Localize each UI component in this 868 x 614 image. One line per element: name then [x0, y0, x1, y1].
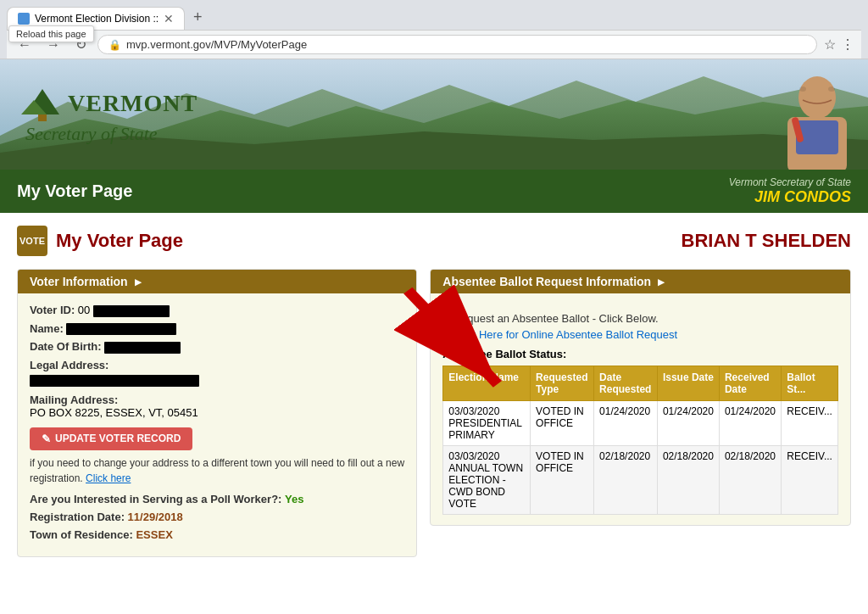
registration-date-value: 11/29/2018: [128, 511, 183, 523]
svg-point-11: [799, 87, 806, 92]
poll-worker-row: Are you Interested in Serving as a Poll …: [30, 493, 404, 505]
absentee-card: Absentee Ballot Request Information ▶ To…: [430, 269, 851, 526]
voter-name-display: BRIAN T SHELDEN: [682, 230, 851, 252]
voter-info-card: Voter Information ▶ Voter ID: 00 Name:: [17, 269, 417, 557]
voter-id-redacted: [93, 305, 170, 317]
legal-address-redacted: [30, 375, 199, 387]
col-requested-type: Requested Type: [531, 366, 594, 401]
site-header: VERMONT Secretary of State: [0, 59, 868, 170]
tab-close-button[interactable]: ✕: [164, 12, 174, 25]
url-text: mvp.vermont.gov/MVP/MyVoterPage: [126, 38, 307, 51]
left-column: Voter Information ▶ Voter ID: 00 Name:: [17, 269, 417, 557]
ballot-cell-2: 02/18/2020: [594, 446, 658, 515]
registration-date-row: Registration Date: 11/29/2018: [30, 511, 404, 523]
ballot-cell-4: 02/18/2020: [719, 446, 781, 515]
update-note: if you need to change your address to a …: [30, 455, 404, 486]
click-here-link[interactable]: Click here: [86, 472, 131, 484]
ballot-cell-0: 03/03/2020 PRESIDENTIAL PRIMARY: [443, 401, 531, 446]
ballot-cell-5: RECEIV...: [782, 401, 838, 446]
new-tab-button[interactable]: +: [186, 5, 209, 30]
header-chevron-icon: ▶: [135, 277, 142, 287]
vote-icon: VOTE: [17, 226, 47, 256]
name-redacted: [66, 323, 176, 335]
ballot-table-body: 03/03/2020 PRESIDENTIAL PRIMARYVOTED IN …: [443, 401, 838, 515]
name-label: Name:: [30, 322, 64, 335]
absentee-body: To request an Absentee Ballot - Click Be…: [431, 293, 850, 525]
lock-icon: 🔒: [108, 39, 121, 51]
ballot-cell-4: 01/24/2020: [719, 401, 781, 446]
absentee-status-label: Absentee Ballot Status:: [442, 348, 838, 360]
page-title: My Voter Page: [56, 230, 183, 252]
dob-redacted: [104, 342, 181, 354]
voter-id-label: Voter ID:: [30, 304, 75, 316]
col-ballot-status: Ballot St...: [782, 366, 838, 401]
bookmark-button[interactable]: ☆: [824, 36, 836, 53]
town-value: ESSEX: [136, 528, 172, 541]
ballot-cell-3: 02/18/2020: [657, 446, 719, 515]
col-election-name: Election Name: [443, 366, 531, 401]
update-voter-record-button[interactable]: ✎ UPDATE VOTER RECORD: [30, 427, 192, 450]
ballot-table: Election Name Requested Type Date Reques…: [442, 366, 838, 515]
poll-worker-value: Yes: [285, 493, 303, 505]
ballot-cell-0: 03/03/2020 ANNUAL TOWN ELECTION - CWD BO…: [443, 446, 531, 515]
page-title-row: VOTE My Voter Page BRIAN T SHELDEN: [17, 226, 851, 256]
col-issue-date: Issue Date: [657, 366, 719, 401]
dob-row: Date Of Birth:: [30, 340, 404, 354]
sub-header: My Voter Page Vermont Secretary of State…: [0, 170, 868, 213]
ballot-table-header: Election Name Requested Type Date Reques…: [443, 366, 838, 401]
ballot-table-row: 03/03/2020 PRESIDENTIAL PRIMARYVOTED IN …: [443, 401, 838, 446]
registration-date-label: Registration Date:: [30, 511, 125, 523]
ballot-cell-2: 01/24/2020: [594, 401, 658, 446]
tab-favicon: [18, 13, 30, 25]
vermont-logo: VERMONT: [17, 85, 198, 123]
svg-rect-6: [38, 114, 47, 121]
ballot-table-row: 03/03/2020 ANNUAL TOWN ELECTION - CWD BO…: [443, 446, 838, 515]
mailing-address-value: PO BOX 8225, ESSEX, VT, 05451: [30, 406, 198, 419]
update-icon: ✎: [42, 433, 51, 445]
name-row: Name:: [30, 322, 404, 336]
poll-worker-label: Are you Interested in Serving as a Poll …: [30, 493, 281, 505]
absentee-request-link[interactable]: Click Here for Online Absentee Ballot Re…: [442, 328, 838, 341]
absentee-intro: To request an Absentee Ballot - Click Be…: [442, 312, 838, 325]
col-date-requested: Date Requested: [594, 366, 658, 401]
vermont-brand-text: VERMONT: [68, 90, 198, 117]
menu-button[interactable]: ⋮: [841, 36, 854, 53]
right-column: Absentee Ballot Request Information ▶ To…: [430, 269, 851, 526]
dob-label: Date Of Birth:: [30, 340, 102, 353]
ballot-table-header-row: Election Name Requested Type Date Reques…: [443, 366, 838, 401]
sub-header-title: My Voter Page: [17, 181, 132, 201]
sos-name: JIM CONDOS: [729, 188, 851, 206]
ballot-cell-3: 01/24/2020: [657, 401, 719, 446]
header-logo-area: VERMONT Secretary of State: [0, 72, 214, 158]
mailing-address-label: Mailing Address:: [30, 394, 118, 406]
voter-info-body: Voter ID: 00 Name: Date Of Birth:: [18, 293, 416, 556]
town-label: Town of Residence:: [30, 528, 133, 541]
page-title-left: VOTE My Voter Page: [17, 226, 183, 256]
sos-label: Vermont Secretary of State: [729, 176, 851, 188]
mailing-address-row: Mailing Address: PO BOX 8225, ESSEX, VT,…: [30, 394, 404, 419]
voter-id-prefix: 00: [78, 304, 90, 316]
two-col-wrapper: Voter Information ▶ Voter ID: 00 Name:: [17, 269, 851, 557]
two-col-layout: Voter Information ▶ Voter ID: 00 Name:: [17, 269, 851, 557]
col-received-date: Received Date: [719, 366, 781, 401]
ballot-cell-1: VOTED IN OFFICE: [531, 446, 594, 515]
tab-title: Vermont Election Division ::: [35, 13, 159, 25]
sub-header-right: Vermont Secretary of State JIM CONDOS: [729, 176, 851, 206]
reload-tooltip: Reload this page: [8, 25, 94, 42]
town-row: Town of Residence: ESSEX: [30, 528, 404, 541]
legal-address-label: Legal Address:: [30, 359, 108, 371]
vermont-mountain-icon: [17, 85, 68, 123]
ballot-cell-1: VOTED IN OFFICE: [531, 401, 594, 446]
main-content: VOTE My Voter Page BRIAN T SHELDEN Voter…: [0, 213, 868, 570]
legal-address-row: Legal Address:: [30, 359, 404, 387]
svg-point-7: [798, 76, 836, 119]
header-person-photo: [766, 59, 868, 170]
absentee-header-chevron: ▶: [658, 277, 665, 287]
voter-info-header: Voter Information ▶: [18, 270, 416, 293]
sos-title: Secretary of State: [25, 123, 158, 145]
svg-point-12: [828, 87, 835, 92]
address-bar[interactable]: 🔒 mvp.vermont.gov/MVP/MyVoterPage: [97, 35, 817, 54]
ballot-cell-5: RECEIV...: [782, 446, 838, 515]
absentee-header: Absentee Ballot Request Information ▶: [431, 270, 850, 293]
voter-id-row: Voter ID: 00: [30, 304, 404, 317]
